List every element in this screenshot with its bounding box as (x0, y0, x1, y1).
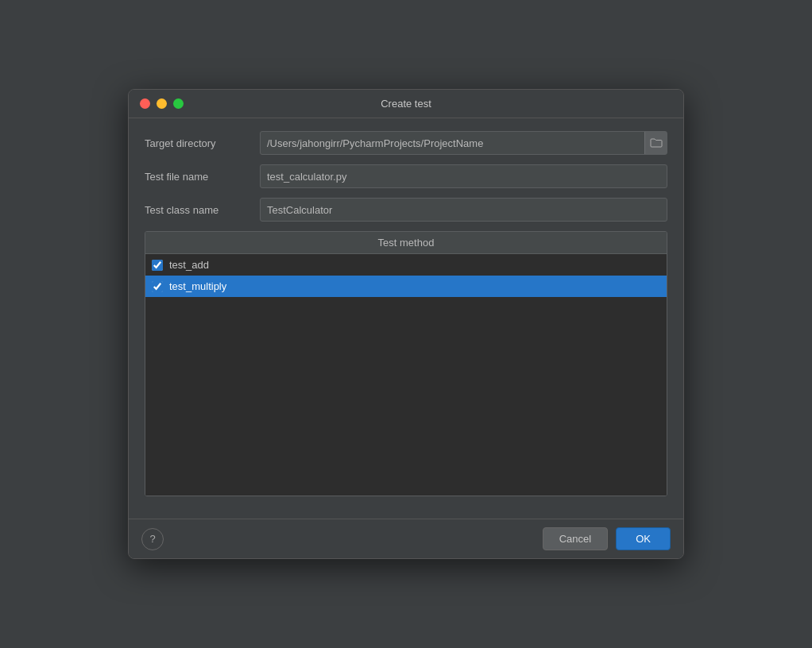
test-class-name-input[interactable] (261, 199, 667, 221)
test-multiply-label: test_multiply (169, 280, 226, 292)
test-file-name-input[interactable] (261, 165, 667, 187)
ok-button[interactable]: OK (616, 527, 671, 550)
create-test-dialog: Create test Target directory Test file n… (128, 89, 684, 559)
test-file-name-label: Test file name (145, 171, 260, 183)
target-directory-input-wrapper (260, 131, 667, 155)
test-method-header: Test method (145, 232, 667, 254)
maximize-button[interactable] (173, 98, 184, 109)
test-class-name-row: Test class name (145, 198, 667, 222)
test-add-label: test_add (169, 259, 209, 271)
test-class-name-input-wrapper (260, 198, 667, 222)
dialog-title: Create test (381, 98, 431, 110)
test-file-name-row: Test file name (145, 164, 667, 188)
folder-icon (650, 138, 663, 148)
target-directory-input[interactable] (261, 132, 644, 154)
target-directory-label: Target directory (145, 137, 260, 149)
dialog-footer: ? Cancel OK (129, 519, 683, 558)
test-file-name-input-wrapper (260, 164, 667, 188)
test-class-name-label: Test class name (145, 204, 260, 216)
help-button[interactable]: ? (141, 528, 164, 550)
test-method-section: Test method test_add test_multiply (145, 231, 667, 496)
list-empty-space (145, 297, 667, 496)
list-item[interactable]: test_add (145, 254, 667, 276)
minimize-button[interactable] (157, 98, 167, 109)
folder-browse-button[interactable] (644, 132, 667, 154)
footer-buttons: Cancel OK (543, 527, 671, 550)
window-controls (140, 98, 184, 109)
close-button[interactable] (140, 98, 150, 109)
list-item[interactable]: test_multiply (145, 276, 667, 297)
test-multiply-checkbox[interactable] (152, 281, 163, 292)
dialog-body: Target directory Test file name Test cla… (129, 118, 683, 519)
cancel-button[interactable]: Cancel (543, 527, 608, 550)
test-add-checkbox[interactable] (152, 260, 163, 271)
target-directory-row: Target directory (145, 131, 667, 155)
title-bar: Create test (129, 90, 683, 118)
test-method-list: test_add test_multiply (145, 254, 667, 496)
